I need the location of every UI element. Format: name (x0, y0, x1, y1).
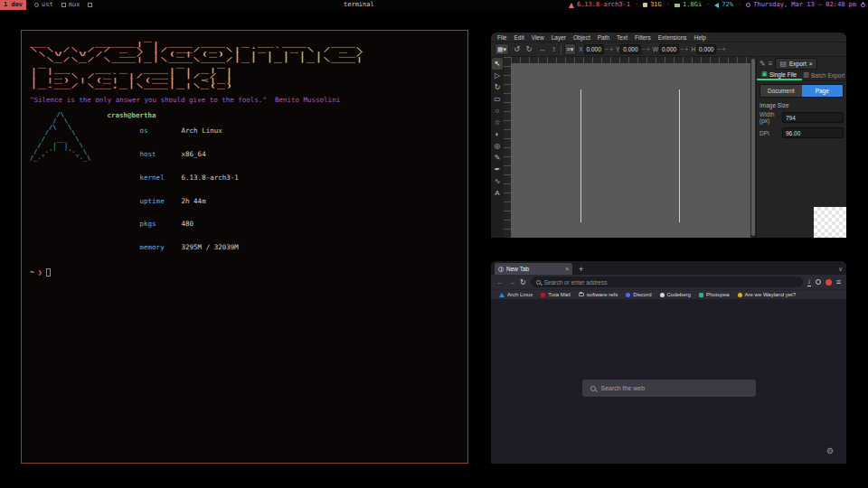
fill-stroke-dialog-icon[interactable]: ✎ (760, 60, 766, 68)
extension-red-icon[interactable] (826, 279, 832, 286)
batch-export-tab[interactable]: ▥ Batch Export (802, 70, 847, 80)
selector-tool-icon[interactable]: ↖ (492, 58, 503, 70)
fetch-block: /\ / \ /\ \ / \ / __ \ / | | \ / _-'' ''… (30, 112, 459, 259)
tool-controls-bar: ▦▾ ↺ ↻ ↔ ↕ ≡▾ X 0.000 − + Y 0.000 − + W … (491, 42, 846, 57)
photopea-favicon (699, 293, 703, 297)
workspace-active[interactable]: 1 dev (0, 0, 26, 10)
y-spin-plus[interactable]: + (646, 46, 650, 52)
pen-tool-icon[interactable]: ✒ (492, 164, 503, 175)
bookmark-software-refs[interactable]: software refs (579, 292, 618, 297)
page-button[interactable]: Page (802, 85, 844, 97)
bookmarks-bar: Arch Linux Tuta Mail software refs Disco… (491, 289, 846, 299)
document-button[interactable]: Document (760, 85, 802, 97)
downloads-icon[interactable]: ↓ (807, 278, 811, 286)
h-input[interactable]: 0.000 (696, 44, 716, 54)
forward-icon[interactable]: → (508, 278, 515, 286)
personalize-gear-icon[interactable]: ⚙ (826, 446, 834, 455)
text-tool-icon[interactable]: A (492, 187, 503, 199)
workspace-empty[interactable] (88, 3, 92, 7)
menu-filters[interactable]: Filters (631, 34, 655, 41)
x-spin-minus[interactable]: − (605, 46, 609, 52)
workspace-ust[interactable]: ust (34, 0, 53, 10)
bookmark-codeberg[interactable]: Codeberg (660, 292, 691, 297)
menu-text[interactable]: Text (613, 34, 631, 41)
bookmark-photopea[interactable]: Photopea (699, 292, 730, 297)
h-field: H 0.000 − + (691, 44, 725, 54)
reload-icon[interactable]: ↻ (520, 278, 526, 286)
spiral-tool-icon[interactable]: ◎ (492, 140, 503, 152)
rotate-ccw-icon[interactable]: ↺ (512, 45, 522, 53)
single-file-tab[interactable]: ▣ Single File (757, 70, 802, 80)
x-spin-plus[interactable]: + (609, 46, 613, 52)
w-input[interactable]: 0.000 (659, 44, 679, 54)
selection-mode-dropdown[interactable]: ▦▾ (495, 43, 509, 55)
new-tab-button[interactable]: + (579, 265, 583, 274)
arch-favicon (499, 293, 505, 297)
new-tab-page: Search the web ⚙ (491, 299, 846, 464)
menu-path[interactable]: Path (594, 34, 613, 41)
export-mode-tabs: ▣ Single File ▥ Batch Export (757, 70, 846, 81)
layers-dialog-icon[interactable]: ≡ (769, 60, 773, 68)
url-bar[interactable]: Search or enter address (531, 277, 803, 287)
volume-module[interactable]: 72% (714, 0, 733, 10)
web-search-box[interactable]: Search the web (582, 380, 756, 397)
active-tab[interactable]: New Tab × (495, 263, 572, 275)
inkscape-canvas[interactable] (511, 63, 750, 238)
status-modules: 6.13.8-arch3-1 · 31G · 1.8Gi · 72% · Thu… (569, 0, 868, 10)
calligraphy-tool-icon[interactable]: ∿ (492, 175, 503, 187)
menu-file[interactable]: File (494, 34, 510, 41)
ellipse-tool-icon[interactable]: ○ (492, 105, 503, 117)
page-guide-left[interactable] (580, 89, 581, 222)
bookmark-wayland[interactable]: Are we Wayland yet? (738, 292, 796, 297)
list-all-tabs-icon[interactable]: ∨ (838, 266, 843, 273)
menu-object[interactable]: Object (570, 34, 594, 41)
dpi-input[interactable]: 96.00 (782, 127, 844, 138)
back-icon[interactable]: ← (496, 278, 504, 286)
power-icon[interactable] (861, 3, 865, 7)
star-tool-icon[interactable]: ☆ (492, 117, 503, 128)
disk-icon (643, 3, 647, 7)
discord-favicon (626, 293, 630, 297)
y-spin-minus[interactable]: − (642, 46, 646, 52)
menu-view[interactable]: View (528, 34, 548, 41)
browser-window[interactable]: New Tab × + ∨ ← → ↻ Search or enter addr… (491, 261, 846, 464)
single-file-icon: ▣ (761, 70, 768, 78)
workspace-mux[interactable]: mux (61, 0, 80, 10)
focused-window-title: terminal (344, 0, 374, 10)
w-spin-plus[interactable]: + (684, 46, 688, 52)
account-icon[interactable] (816, 279, 821, 285)
y-field: Y 0.000 − + (616, 44, 650, 54)
menu-layer[interactable]: Layer (548, 34, 570, 41)
node-tool-icon[interactable]: ▷ (492, 70, 503, 81)
h-spin-plus[interactable]: + (722, 46, 725, 52)
x-input[interactable]: 0.000 (584, 44, 604, 54)
menu-edit[interactable]: Edit (510, 34, 527, 41)
box3d-tool-icon[interactable]: ◐ (492, 128, 503, 140)
horizontal-ruler (511, 57, 750, 63)
y-input[interactable]: 0.000 (620, 44, 640, 54)
w-spin-minus[interactable]: − (680, 46, 684, 52)
align-dropdown[interactable]: ≡▾ (564, 43, 577, 55)
tweak-tool-icon[interactable]: ↻ (492, 81, 503, 93)
page-guide-right[interactable] (679, 89, 680, 222)
close-dialog-icon[interactable]: × (809, 61, 813, 67)
flip-horizontal-icon[interactable]: ↔ (537, 45, 548, 53)
scrollbar-thumb[interactable] (751, 59, 755, 236)
bookmark-tuta-mail[interactable]: Tuta Mail (541, 292, 570, 297)
pencil-tool-icon[interactable]: ✎ (492, 152, 503, 164)
terminal-window[interactable]: _ __ _____| | ___ ___ _ __ ___ ___ \ \ /… (21, 30, 468, 464)
menu-extensions[interactable]: Extensions (655, 34, 691, 41)
rectangle-tool-icon[interactable]: ▭ (492, 93, 503, 105)
flip-vertical-icon[interactable]: ↕ (551, 45, 558, 53)
width-input[interactable]: 794 (782, 112, 844, 123)
shell-prompt[interactable]: ~ ❯ (30, 268, 459, 277)
export-dialog-tab[interactable]: ▤ Export × (775, 58, 816, 70)
bookmark-arch-linux[interactable]: Arch Linux (499, 292, 533, 297)
h-spin-minus[interactable]: − (717, 46, 721, 52)
menu-help[interactable]: Help (691, 34, 710, 41)
menu-icon[interactable]: ≡ (836, 277, 841, 286)
inkscape-window[interactable]: File Edit View Layer Object Path Text Fi… (491, 33, 846, 238)
tab-close-icon[interactable]: × (565, 266, 569, 272)
rotate-cw-icon[interactable]: ↻ (524, 45, 534, 53)
bookmark-discord[interactable]: Discord (626, 292, 651, 297)
